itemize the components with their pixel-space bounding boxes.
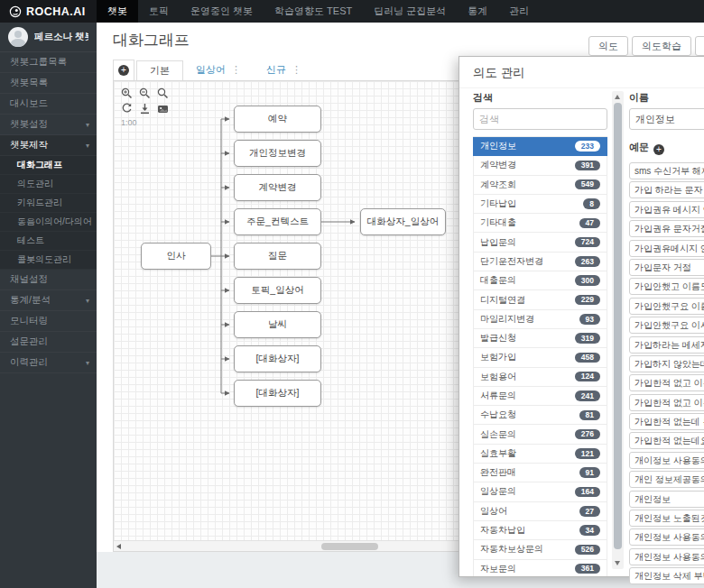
sidebar-item[interactable]: 모니터링 [0, 311, 97, 332]
sidebar-item[interactable]: 챗봇제작▾ [0, 135, 97, 156]
diagram-node[interactable]: 인사 [141, 243, 211, 270]
diagram-node[interactable]: 계약변경 [234, 174, 321, 201]
example-item[interactable]: 가입하지 않았는데 문자 [629, 355, 704, 372]
sidebar-item[interactable]: 대화그래프 [0, 156, 97, 175]
nav-item[interactable]: 관리 [498, 0, 540, 23]
zoom-search-icon[interactable] [157, 87, 169, 99]
intent-row[interactable]: 발급신청319 [473, 329, 607, 348]
add-tab-button[interactable]: + [113, 60, 134, 80]
refresh-icon[interactable] [121, 103, 133, 115]
example-item[interactable]: 가입안했구요 이사람 이 [629, 317, 704, 334]
example-item[interactable]: 가입한적 없는데요 [629, 432, 704, 449]
intent-row[interactable]: 수납요청81 [473, 406, 607, 425]
intent-row[interactable]: 자보문의361 [473, 560, 607, 576]
example-item[interactable]: 개인 정보제공동의 철회 [629, 471, 704, 488]
example-item[interactable]: 개인정보 [629, 491, 704, 508]
intent-row[interactable]: 단기운전자변경263 [473, 253, 607, 271]
sidebar-item[interactable]: 이력관리▾ [0, 353, 97, 373]
nav-item[interactable]: 통계 [457, 0, 498, 23]
intent-row[interactable]: 보험가입458 [473, 348, 607, 367]
intent-row[interactable]: 개인정보233 [473, 137, 607, 156]
intent-row[interactable]: 서류문의241 [473, 387, 607, 406]
nav-item[interactable]: 토픽 [138, 0, 180, 23]
sidebar-profile[interactable]: 페르소나 챗봇 [0, 23, 97, 52]
intent-row[interactable]: 자동차납입34 [473, 521, 607, 540]
intent-row[interactable]: 실손문의276 [473, 425, 607, 444]
scroll-left-icon[interactable] [116, 544, 121, 549]
example-item[interactable]: 가입문자 거절 [629, 259, 704, 276]
scroll-up-icon[interactable] [615, 95, 620, 99]
diagram-node[interactable]: 날씨 [234, 311, 321, 338]
scroll-down-icon[interactable] [615, 561, 620, 565]
diagram-node[interactable]: [대화상자] [234, 380, 321, 407]
image-icon[interactable] [157, 103, 169, 115]
example-item[interactable]: 가입 하라는 문자 안받 [629, 181, 704, 198]
diagram-node[interactable]: 대화상자_일상어 [360, 208, 446, 235]
zoom-out-icon[interactable] [139, 87, 151, 99]
sidebar-item[interactable]: 챗봇설정▾ [0, 115, 97, 135]
intent-row[interactable]: 보험용어124 [473, 368, 607, 387]
graph-tab[interactable]: 일상어⋮ [183, 60, 254, 80]
example-item[interactable]: 가입안했고 이름도 다른 [629, 278, 704, 295]
intent-row[interactable]: 일상어27 [473, 502, 607, 521]
search-input[interactable] [473, 108, 607, 130]
sidebar-item[interactable]: 설문관리 [0, 332, 97, 353]
intent-name-input[interactable] [629, 108, 704, 130]
intent-row[interactable]: 납입문의724 [473, 233, 607, 252]
action-button[interactable]: 키워드 [695, 36, 704, 56]
sidebar-item[interactable]: 동음이의어/다의어 [0, 213, 97, 232]
graph-tab[interactable]: 신규⋮ [254, 60, 314, 80]
vertical-scroll-thumb[interactable] [614, 103, 622, 549]
diagram-node[interactable]: 개인정보변경 [234, 140, 321, 167]
nav-item[interactable]: 운영중인 챗봇 [180, 0, 264, 23]
example-item[interactable]: 개이정보 사용동의 중단 [629, 452, 704, 469]
graph-tab[interactable]: 기본 [136, 60, 183, 81]
example-item[interactable]: 가입권유 문자거절 하려 [629, 220, 704, 237]
download-icon[interactable] [139, 103, 151, 115]
action-button[interactable]: 의도학습 [632, 36, 691, 56]
nav-item[interactable]: 학습영향도 TEST [264, 0, 363, 23]
brand[interactable]: ROCHA.AI [0, 0, 97, 23]
sidebar-item[interactable]: 통계/분석▾ [0, 290, 97, 311]
add-example-icon[interactable]: + [653, 144, 664, 155]
zoom-in-icon[interactable] [121, 87, 133, 99]
sidebar-item[interactable]: 콜봇의도관리 [0, 251, 97, 270]
nav-item[interactable]: 딥러닝 군집분석 [363, 0, 457, 23]
example-item[interactable]: 개인정보 노출된것 같아 [629, 510, 704, 527]
example-item[interactable]: 가입한적 없는데 문자가 [629, 413, 704, 430]
example-item[interactable]: 가입권유 메시지 안받고 [629, 201, 704, 218]
intent-row[interactable]: 대출문의300 [473, 271, 607, 290]
sidebar-item[interactable]: 채널설정 [0, 270, 97, 290]
horizontal-scroll-thumb[interactable] [321, 543, 378, 550]
kebab-menu-icon[interactable]: ⋮ [231, 64, 241, 76]
intent-row[interactable]: 완전판매91 [473, 464, 607, 482]
diagram-node[interactable]: [대화상자] [234, 345, 321, 372]
action-button[interactable]: 의도 [588, 36, 628, 56]
example-item[interactable]: 가입하라는 메세지 안받 [629, 336, 704, 354]
sidebar-item[interactable]: 키워드관리 [0, 194, 97, 213]
example-item[interactable]: 개인정보 삭제 부탁드립 [629, 567, 704, 584]
example-item[interactable]: 개인정보 사용동의 중단 [629, 548, 704, 565]
intent-list-scrollbar[interactable] [612, 91, 624, 569]
example-item[interactable]: 개인정보 사용동의 중단 [629, 528, 704, 546]
nav-item[interactable]: 챗봇 [97, 0, 138, 23]
example-item[interactable]: 가입안했구요 이름도 틀 [629, 298, 704, 315]
sidebar-item[interactable]: 의도관리 [0, 175, 97, 194]
intent-row[interactable]: 기타납입8 [473, 195, 607, 214]
sidebar-item[interactable]: 챗봇목록 [0, 73, 97, 94]
sidebar-item[interactable]: 챗봇그룹목록 [0, 52, 97, 73]
example-item[interactable]: 가입한적 없고 이름도 다 [629, 374, 704, 391]
example-item[interactable]: 가입권유메시지 안오게 [629, 240, 704, 257]
intent-row[interactable]: 일상문의164 [473, 482, 607, 501]
diagram-node[interactable]: 토픽_일상어 [234, 277, 321, 304]
intent-row[interactable]: 계약조회549 [473, 176, 607, 195]
example-item[interactable]: sms 수신거부 해제 [629, 162, 704, 179]
intent-row[interactable]: 디지털연결229 [473, 290, 607, 309]
diagram-node[interactable]: 주문_컨텍스트 [234, 208, 321, 235]
kebab-menu-icon[interactable]: ⋮ [292, 64, 301, 76]
intent-row[interactable]: 기타대출47 [473, 214, 607, 233]
sidebar-item[interactable]: 대시보드 [0, 94, 97, 115]
intent-row[interactable]: 자동차보상문의526 [473, 540, 607, 559]
diagram-node[interactable]: 질문 [234, 243, 321, 270]
example-item[interactable]: 가입한적 없고 이름도 틀 [629, 394, 704, 411]
